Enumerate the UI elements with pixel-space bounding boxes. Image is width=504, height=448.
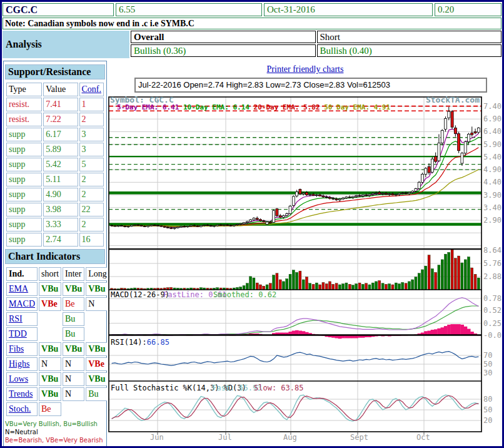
sr-value: 7.22 [43, 113, 78, 126]
sr-value: 3.98 [43, 203, 78, 216]
indicator-row: TrendsVBuNBu [6, 387, 109, 401]
indicator-row: RSIBu [6, 312, 109, 326]
sr-value: 5.11 [43, 173, 78, 186]
support-resistance-title: Support/Resistance [5, 64, 105, 79]
indicator-value [39, 312, 61, 326]
indicator-link-stoch[interactable]: Stoch. [9, 404, 31, 414]
indicator-link-lows[interactable]: Lows [9, 374, 28, 384]
symbol-cell: CGC.C [3, 3, 114, 16]
indicator-value: VBu [86, 282, 109, 296]
stockta-page: CGC.C 6.55 Oct-31-2016 0.20 Note: Canadi… [0, 0, 504, 448]
sr-conf: 3 [79, 128, 104, 141]
sr-type: supp [6, 128, 42, 141]
svg-text:MACD(12-26-9): MACD(12-26-9) [111, 290, 169, 299]
sr-conf: 2 [79, 173, 104, 186]
indicator-value: Bu [63, 327, 84, 341]
indicator-value: N [63, 372, 84, 386]
indicator-row: EMAVBuVBuVBu [6, 282, 109, 296]
svg-text:Slow: 63.85: Slow: 63.85 [254, 384, 303, 392]
sr-value: 5.89 [43, 143, 78, 156]
svg-text:2.88: 2.88 [483, 272, 501, 281]
sr-type: resist. [6, 113, 42, 126]
quote-strip: CGC.C 6.55 Oct-31-2016 0.20 [3, 3, 501, 16]
chart-indicators-title: Chart Indicators [5, 249, 105, 264]
note-banner: Note: Canadian symbols now end in .c i.e… [3, 18, 501, 29]
indicator-value: VBu [86, 342, 109, 356]
sr-conf: 2 [79, 218, 104, 232]
indicator-value: Be [63, 297, 84, 311]
svg-text:7.40: 7.40 [483, 102, 501, 111]
svg-text:5.76: 5.76 [483, 259, 501, 268]
indicator-row: FibsVBuVBuVBu [6, 342, 109, 356]
sr-type: supp [6, 188, 42, 201]
indicator-link-rsi[interactable]: RSI [9, 314, 23, 323]
indicator-legend: VBu=Very Bullish, Bu=Bullish N=Neutral B… [5, 420, 105, 444]
indicator-link-ema[interactable]: EMA [9, 284, 28, 293]
indicator-link-trends[interactable]: Trends [9, 389, 33, 399]
indicator-value: Bu [86, 387, 109, 401]
sr-row: supp5.893 [6, 143, 104, 156]
indicator-value: N [63, 357, 84, 371]
indicator-link-highs[interactable]: Highs [9, 359, 29, 369]
indicator-link-fibs[interactable]: Fibs [9, 344, 24, 354]
indicator-value: Bu [63, 312, 84, 326]
svg-text:6.90: 6.90 [483, 115, 501, 123]
analysis-short-value: Bullish (0.40) [317, 44, 502, 57]
sr-type: resist. [6, 98, 42, 111]
svg-text:3.40: 3.40 [483, 203, 501, 212]
legend-bearish: Be=Bearish, VBe=Very Bearish [5, 436, 105, 444]
ind-col-inter: Inter [63, 267, 84, 281]
indicator-value: VBu [39, 282, 61, 296]
indicator-value [86, 312, 109, 326]
legend-bullish: VBu=Very Bullish, Bu=Bullish [5, 420, 105, 428]
indicator-row: LowsVBuNVBu [6, 372, 109, 386]
sr-conf: 22 [79, 203, 104, 216]
indicator-value [86, 327, 109, 341]
indicator-row: Stoch.Be [6, 402, 109, 416]
svg-text:Sept: Sept [350, 433, 368, 442]
sr-row: resist.7.222 [6, 113, 104, 126]
sr-type: supp [6, 233, 42, 247]
sr-type: supp [6, 143, 42, 156]
analysis-title: Analysis [3, 31, 129, 58]
sr-type: supp [6, 158, 42, 171]
sr-type: supp [6, 173, 42, 186]
indicator-value: VBe [86, 357, 109, 371]
price-cell: 6.55 [116, 3, 262, 16]
sr-row: resist.7.411 [6, 98, 104, 111]
svg-text:0.25: 0.25 [483, 319, 501, 328]
sr-conf: 2 [79, 113, 104, 126]
svg-text:50: 50 [483, 360, 492, 369]
svg-text:-0.01: -0.01 [483, 331, 503, 340]
indicator-value: VBu [63, 342, 84, 356]
svg-text:6.40: 6.40 [483, 127, 501, 136]
sr-col-value: Value [43, 83, 78, 96]
indicator-link-tdd[interactable]: TDD [9, 329, 27, 339]
svg-text:4.90: 4.90 [483, 165, 501, 174]
sr-value: 7.41 [43, 98, 78, 111]
indicator-value: VBu [39, 387, 61, 401]
svg-text:Jul: Jul [218, 433, 232, 442]
indicator-value: VBu [39, 372, 61, 386]
sr-row: supp3.332 [6, 218, 104, 232]
sr-value: 2.74 [43, 233, 78, 247]
indicator-link-macd[interactable]: MACD [9, 299, 35, 308]
svg-text:StockTA.com: StockTA.com [426, 96, 480, 104]
svg-text:4.40: 4.40 [483, 178, 501, 186]
indicator-value [39, 327, 61, 341]
svg-text:Jun: Jun [150, 433, 164, 442]
svg-text:5-Day EMA: 6.41 10-Day EMA:: 5-Day EMA: 6.41 10-Day EMA: 6.14 20-Day … [117, 103, 390, 111]
sr-type: supp [6, 218, 42, 232]
chart-column: Printer friendly charts Jul-22-2016 Open… [107, 61, 503, 447]
svg-text:80: 80 [483, 395, 492, 404]
svg-text:8.64: 8.64 [483, 246, 501, 255]
printer-friendly-link[interactable]: Printer friendly charts [267, 64, 344, 74]
svg-text:70: 70 [483, 351, 492, 360]
svg-text:30: 30 [483, 369, 492, 377]
sr-conf: 2 [79, 188, 104, 201]
chart-indicators-table: Ind. short Inter Long EMAVBuVBuVBuMACDVB… [5, 266, 111, 417]
sr-col-conf-link[interactable]: Conf. [82, 84, 102, 94]
indicator-value [63, 402, 84, 416]
sr-value: 3.33 [43, 218, 78, 232]
ind-col-ind: Ind. [6, 267, 38, 281]
